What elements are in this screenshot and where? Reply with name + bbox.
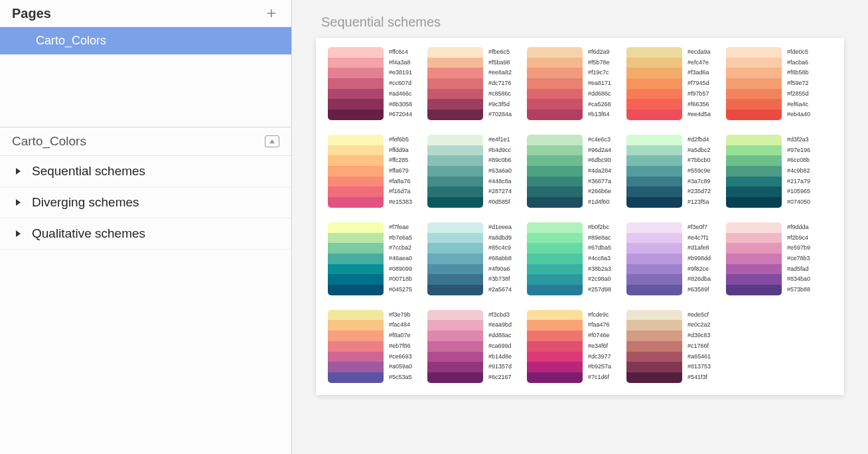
color-swatch[interactable] [328, 47, 384, 58]
color-swatch[interactable] [626, 362, 682, 372]
color-swatch[interactable] [626, 285, 682, 295]
canvas[interactable]: Sequential schemes #ffc6c4#f4a3a8#e38191… [292, 0, 868, 454]
color-swatch[interactable] [527, 177, 583, 187]
color-swatch[interactable] [427, 155, 483, 166]
color-swatch[interactable] [427, 320, 483, 331]
color-palette[interactable]: #ecda9a#efc47e#f3ad6a#f7945d#f97b57#f663… [626, 47, 719, 120]
color-swatch[interactable] [427, 285, 483, 295]
color-palette[interactable]: #ede5cf#e0c2a2#d39c83#c1766f#a65461#8137… [626, 310, 719, 383]
color-swatch[interactable] [527, 372, 583, 383]
color-palette[interactable]: #d3f2a3#97e196#6cc08b#4c9b82#217a79#1059… [726, 135, 819, 208]
color-swatch[interactable] [527, 352, 583, 362]
color-swatch[interactable] [328, 341, 384, 352]
color-swatch[interactable] [328, 320, 384, 331]
color-swatch[interactable] [626, 274, 682, 285]
color-swatch[interactable] [427, 68, 483, 78]
color-swatch[interactable] [527, 99, 583, 110]
color-swatch[interactable] [328, 89, 384, 100]
color-swatch[interactable] [726, 68, 782, 78]
color-palette[interactable]: #f7feae#b7e6a5#7ccba2#46aea0#089099#0071… [328, 222, 421, 295]
color-swatch[interactable] [726, 99, 782, 110]
color-swatch[interactable] [527, 135, 583, 145]
color-palette[interactable]: #b0f2bc#89e8ac#67dba5#4cc8a3#38b2a3#2c98… [527, 222, 620, 295]
color-swatch[interactable] [427, 233, 483, 244]
add-page-button[interactable] [263, 5, 279, 21]
color-swatch[interactable] [626, 197, 682, 208]
color-swatch[interactable] [527, 110, 583, 120]
color-swatch[interactable] [726, 285, 782, 295]
color-swatch[interactable] [726, 110, 782, 120]
color-swatch[interactable] [726, 177, 782, 187]
color-swatch[interactable] [726, 264, 782, 275]
color-palette[interactable]: #f3cbd3#eaa9bd#dd88ac#ca699d#b14d8e#9135… [427, 310, 520, 383]
color-swatch[interactable] [328, 177, 384, 187]
color-palette[interactable]: #f3e0f7#e4c7f1#d1afe8#b998dd#9f82ce#826d… [626, 222, 719, 295]
color-swatch[interactable] [527, 233, 583, 244]
artboard[interactable]: #ffc6c4#f4a3a8#e38191#cc607d#ad466c#8b30… [316, 38, 844, 395]
color-swatch[interactable] [726, 58, 782, 68]
color-palette[interactable]: #fef6b5#ffdd9a#ffc285#ffa679#fa8a76#f16d… [328, 135, 421, 208]
color-swatch[interactable] [328, 222, 384, 233]
color-swatch[interactable] [328, 285, 384, 295]
color-swatch[interactable] [626, 320, 682, 331]
color-swatch[interactable] [726, 187, 782, 197]
color-swatch[interactable] [328, 362, 384, 372]
color-swatch[interactable] [626, 145, 682, 156]
color-swatch[interactable] [726, 222, 782, 233]
color-swatch[interactable] [427, 47, 483, 58]
color-swatch[interactable] [527, 166, 583, 177]
color-swatch[interactable] [527, 89, 583, 100]
color-palette[interactable]: #d1eeea#a8dbd9#85c4c9#68abb8#4f90a6#3b73… [427, 222, 520, 295]
color-swatch[interactable] [726, 89, 782, 100]
color-swatch[interactable] [527, 331, 583, 341]
color-swatch[interactable] [427, 352, 483, 362]
color-swatch[interactable] [328, 78, 384, 89]
color-swatch[interactable] [427, 145, 483, 156]
color-swatch[interactable] [726, 233, 782, 244]
color-swatch[interactable] [328, 372, 384, 383]
color-swatch[interactable] [328, 58, 384, 68]
color-swatch[interactable] [527, 274, 583, 285]
color-swatch[interactable] [527, 310, 583, 321]
color-swatch[interactable] [626, 372, 682, 383]
disclosure-triangle-icon[interactable] [15, 198, 21, 207]
color-swatch[interactable] [427, 99, 483, 110]
disclosure-triangle-icon[interactable] [15, 167, 21, 176]
layer-item[interactable]: Qualitative schemes [0, 218, 291, 250]
color-swatch[interactable] [527, 362, 583, 372]
color-swatch[interactable] [626, 99, 682, 110]
color-swatch[interactable] [626, 58, 682, 68]
color-swatch[interactable] [626, 233, 682, 244]
color-swatch[interactable] [527, 78, 583, 89]
color-swatch[interactable] [726, 197, 782, 208]
color-swatch[interactable] [328, 155, 384, 166]
color-swatch[interactable] [527, 254, 583, 264]
color-palette[interactable]: #fbe6c5#f5ba98#ee8a82#dc7176#c8586c#9c3f… [427, 47, 520, 120]
color-swatch[interactable] [427, 166, 483, 177]
page-item[interactable]: Carto_Colors [0, 27, 291, 54]
color-swatch[interactable] [328, 68, 384, 78]
color-swatch[interactable] [427, 197, 483, 208]
color-swatch[interactable] [527, 58, 583, 68]
color-swatch[interactable] [328, 352, 384, 362]
color-swatch[interactable] [427, 243, 483, 254]
color-swatch[interactable] [626, 155, 682, 166]
color-swatch[interactable] [626, 352, 682, 362]
color-swatch[interactable] [726, 254, 782, 264]
color-swatch[interactable] [427, 310, 483, 321]
color-swatch[interactable] [527, 285, 583, 295]
color-swatch[interactable] [527, 222, 583, 233]
color-swatch[interactable] [427, 264, 483, 275]
color-swatch[interactable] [527, 155, 583, 166]
color-swatch[interactable] [427, 110, 483, 120]
color-swatch[interactable] [328, 274, 384, 285]
color-swatch[interactable] [427, 78, 483, 89]
color-swatch[interactable] [626, 331, 682, 341]
color-swatch[interactable] [626, 177, 682, 187]
color-swatch[interactable] [527, 320, 583, 331]
color-swatch[interactable] [328, 310, 384, 321]
color-swatch[interactable] [726, 243, 782, 254]
color-swatch[interactable] [626, 222, 682, 233]
color-swatch[interactable] [328, 187, 384, 197]
layer-item[interactable]: Diverging schemes [0, 187, 291, 218]
